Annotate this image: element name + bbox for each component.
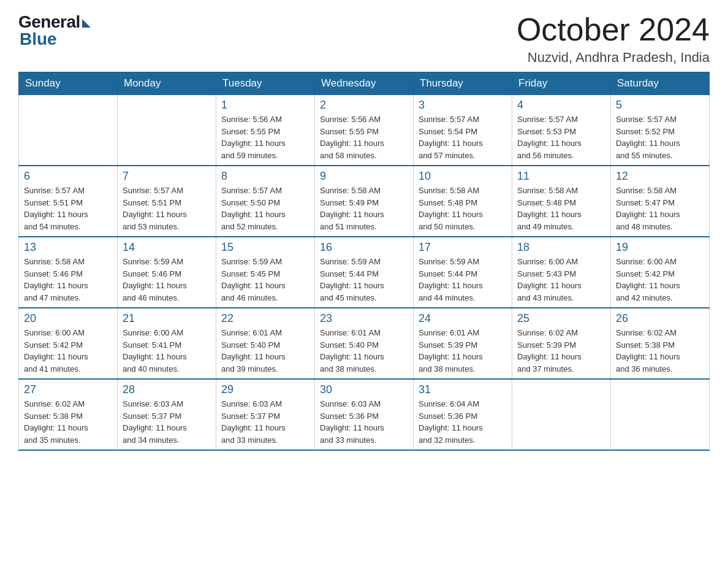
day-info: Sunrise: 5:58 AM Sunset: 5:49 PM Dayligh… — [320, 185, 408, 232]
day-number: 17 — [419, 241, 507, 254]
day-of-week-sunday: Sunday — [19, 72, 118, 95]
calendar-cell: 24Sunrise: 6:01 AM Sunset: 5:39 PM Dayli… — [414, 308, 512, 379]
day-number: 30 — [320, 383, 408, 396]
day-of-week-wednesday: Wednesday — [315, 72, 414, 95]
day-number: 2 — [320, 99, 408, 112]
day-number: 13 — [24, 241, 112, 254]
day-info: Sunrise: 5:56 AM Sunset: 5:55 PM Dayligh… — [320, 113, 408, 161]
day-info: Sunrise: 5:58 AM Sunset: 5:48 PM Dayligh… — [517, 185, 605, 232]
day-info: Sunrise: 5:58 AM Sunset: 5:46 PM Dayligh… — [24, 256, 112, 304]
logo: General Blue — [18, 12, 91, 49]
calendar-cell: 7Sunrise: 5:57 AM Sunset: 5:51 PM Daylig… — [118, 166, 216, 237]
day-info: Sunrise: 5:58 AM Sunset: 5:48 PM Dayligh… — [419, 185, 507, 232]
calendar-cell: 11Sunrise: 5:58 AM Sunset: 5:48 PM Dayli… — [512, 166, 611, 237]
day-of-week-monday: Monday — [118, 72, 216, 95]
calendar-body: 1Sunrise: 5:56 AM Sunset: 5:55 PM Daylig… — [19, 95, 710, 451]
month-title: October 2024 — [517, 12, 710, 47]
calendar-cell: 6Sunrise: 5:57 AM Sunset: 5:51 PM Daylig… — [19, 166, 118, 237]
calendar-cell: 25Sunrise: 6:02 AM Sunset: 5:39 PM Dayli… — [512, 308, 611, 379]
day-number: 12 — [616, 170, 704, 183]
day-of-week-saturday: Saturday — [611, 72, 710, 95]
day-number: 22 — [221, 312, 309, 325]
day-info: Sunrise: 5:57 AM Sunset: 5:52 PM Dayligh… — [616, 113, 704, 161]
calendar-table: SundayMondayTuesdayWednesdayThursdayFrid… — [18, 72, 710, 451]
calendar-cell: 12Sunrise: 5:58 AM Sunset: 5:47 PM Dayli… — [611, 166, 710, 237]
calendar-cell: 14Sunrise: 5:59 AM Sunset: 5:46 PM Dayli… — [118, 237, 216, 308]
day-info: Sunrise: 5:57 AM Sunset: 5:54 PM Dayligh… — [419, 113, 507, 161]
calendar-cell: 16Sunrise: 5:59 AM Sunset: 5:44 PM Dayli… — [315, 237, 414, 308]
week-row-4: 20Sunrise: 6:00 AM Sunset: 5:42 PM Dayli… — [19, 308, 710, 379]
day-number: 31 — [419, 383, 507, 396]
calendar-cell: 29Sunrise: 6:03 AM Sunset: 5:37 PM Dayli… — [216, 379, 315, 450]
day-info: Sunrise: 5:59 AM Sunset: 5:46 PM Dayligh… — [123, 256, 211, 304]
day-info: Sunrise: 5:57 AM Sunset: 5:51 PM Dayligh… — [24, 185, 112, 232]
day-info: Sunrise: 6:00 AM Sunset: 5:41 PM Dayligh… — [123, 327, 211, 375]
calendar-cell: 3Sunrise: 5:57 AM Sunset: 5:54 PM Daylig… — [414, 95, 512, 166]
day-info: Sunrise: 6:03 AM Sunset: 5:36 PM Dayligh… — [320, 398, 408, 446]
calendar-cell: 28Sunrise: 6:03 AM Sunset: 5:37 PM Dayli… — [118, 379, 216, 450]
day-number: 29 — [221, 383, 309, 396]
calendar-header: SundayMondayTuesdayWednesdayThursdayFrid… — [19, 72, 710, 95]
calendar-cell: 2Sunrise: 5:56 AM Sunset: 5:55 PM Daylig… — [315, 95, 414, 166]
calendar-cell: 31Sunrise: 6:04 AM Sunset: 5:36 PM Dayli… — [414, 379, 512, 450]
days-of-week-row: SundayMondayTuesdayWednesdayThursdayFrid… — [19, 72, 710, 95]
day-number: 18 — [517, 241, 605, 254]
day-info: Sunrise: 5:57 AM Sunset: 5:50 PM Dayligh… — [221, 185, 309, 232]
day-number: 14 — [123, 241, 211, 254]
day-info: Sunrise: 6:04 AM Sunset: 5:36 PM Dayligh… — [419, 398, 507, 446]
day-number: 26 — [616, 312, 704, 325]
day-info: Sunrise: 5:57 AM Sunset: 5:53 PM Dayligh… — [517, 113, 605, 161]
day-number: 3 — [419, 99, 507, 112]
day-number: 27 — [24, 383, 112, 396]
day-info: Sunrise: 5:59 AM Sunset: 5:45 PM Dayligh… — [221, 256, 309, 304]
day-number: 25 — [517, 312, 605, 325]
day-of-week-tuesday: Tuesday — [216, 72, 315, 95]
day-info: Sunrise: 6:00 AM Sunset: 5:42 PM Dayligh… — [616, 256, 704, 304]
day-number: 28 — [123, 383, 211, 396]
calendar-cell: 22Sunrise: 6:01 AM Sunset: 5:40 PM Dayli… — [216, 308, 315, 379]
calendar-cell: 30Sunrise: 6:03 AM Sunset: 5:36 PM Dayli… — [315, 379, 414, 450]
day-of-week-friday: Friday — [512, 72, 611, 95]
calendar-cell: 4Sunrise: 5:57 AM Sunset: 5:53 PM Daylig… — [512, 95, 611, 166]
day-number: 11 — [517, 170, 605, 183]
day-number: 4 — [517, 99, 605, 112]
day-number: 16 — [320, 241, 408, 254]
calendar-cell — [512, 379, 611, 450]
day-info: Sunrise: 6:01 AM Sunset: 5:40 PM Dayligh… — [221, 327, 309, 375]
calendar-cell — [118, 95, 216, 166]
day-number: 20 — [24, 312, 112, 325]
day-info: Sunrise: 6:01 AM Sunset: 5:39 PM Dayligh… — [419, 327, 507, 375]
calendar-cell: 9Sunrise: 5:58 AM Sunset: 5:49 PM Daylig… — [315, 166, 414, 237]
day-number: 8 — [221, 170, 309, 183]
day-number: 23 — [320, 312, 408, 325]
title-section: October 2024 Nuzvid, Andhra Pradesh, Ind… — [517, 12, 710, 66]
day-info: Sunrise: 6:00 AM Sunset: 5:42 PM Dayligh… — [24, 327, 112, 375]
day-info: Sunrise: 6:02 AM Sunset: 5:39 PM Dayligh… — [517, 327, 605, 375]
day-info: Sunrise: 5:58 AM Sunset: 5:47 PM Dayligh… — [616, 185, 704, 232]
day-info: Sunrise: 6:03 AM Sunset: 5:37 PM Dayligh… — [221, 398, 309, 446]
day-info: Sunrise: 5:59 AM Sunset: 5:44 PM Dayligh… — [320, 256, 408, 304]
day-number: 9 — [320, 170, 408, 183]
day-of-week-thursday: Thursday — [414, 72, 512, 95]
logo-arrow-icon — [82, 19, 91, 28]
logo-blue-text: Blue — [20, 29, 57, 49]
calendar-cell: 26Sunrise: 6:02 AM Sunset: 5:38 PM Dayli… — [611, 308, 710, 379]
calendar-cell: 8Sunrise: 5:57 AM Sunset: 5:50 PM Daylig… — [216, 166, 315, 237]
day-info: Sunrise: 5:59 AM Sunset: 5:44 PM Dayligh… — [419, 256, 507, 304]
calendar-cell: 20Sunrise: 6:00 AM Sunset: 5:42 PM Dayli… — [19, 308, 118, 379]
day-number: 21 — [123, 312, 211, 325]
day-number: 15 — [221, 241, 309, 254]
week-row-5: 27Sunrise: 6:02 AM Sunset: 5:38 PM Dayli… — [19, 379, 710, 450]
week-row-2: 6Sunrise: 5:57 AM Sunset: 5:51 PM Daylig… — [19, 166, 710, 237]
calendar-cell: 15Sunrise: 5:59 AM Sunset: 5:45 PM Dayli… — [216, 237, 315, 308]
calendar-cell: 27Sunrise: 6:02 AM Sunset: 5:38 PM Dayli… — [19, 379, 118, 450]
calendar-cell: 5Sunrise: 5:57 AM Sunset: 5:52 PM Daylig… — [611, 95, 710, 166]
calendar-cell: 1Sunrise: 5:56 AM Sunset: 5:55 PM Daylig… — [216, 95, 315, 166]
week-row-1: 1Sunrise: 5:56 AM Sunset: 5:55 PM Daylig… — [19, 95, 710, 166]
calendar-cell — [611, 379, 710, 450]
day-info: Sunrise: 5:56 AM Sunset: 5:55 PM Dayligh… — [221, 113, 309, 161]
calendar-cell: 23Sunrise: 6:01 AM Sunset: 5:40 PM Dayli… — [315, 308, 414, 379]
day-number: 6 — [24, 170, 112, 183]
calendar-cell — [19, 95, 118, 166]
day-number: 19 — [616, 241, 704, 254]
